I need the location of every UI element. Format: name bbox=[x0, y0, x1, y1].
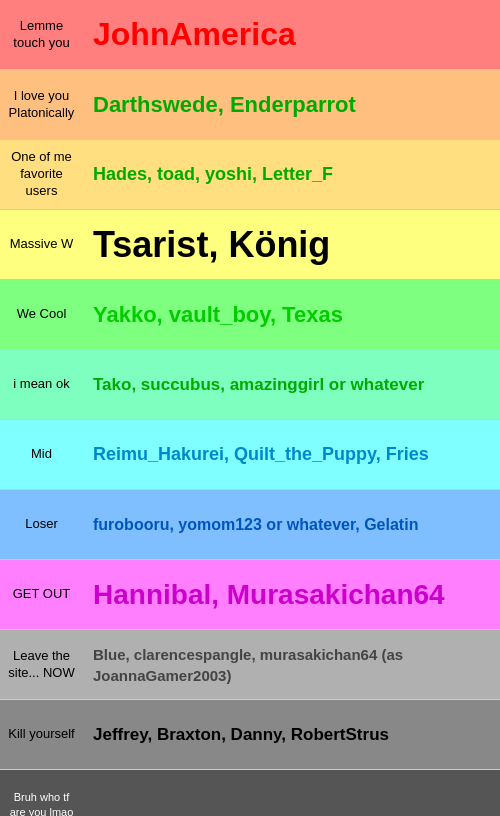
tier-row-b: One of me favorite usersHades, toad, yos… bbox=[0, 140, 500, 210]
tier-content-loser: furobooru, yomom123 or whatever, Gelatin bbox=[83, 490, 500, 559]
tier-list: Lemme touch youJohnAmericaI love you Pla… bbox=[0, 0, 500, 816]
tier-label-getout: GET OUT bbox=[0, 560, 83, 629]
tier-row-leave: Leave the site... NOWBlue, clarencespang… bbox=[0, 630, 500, 700]
tier-label-leave: Leave the site... NOW bbox=[0, 630, 83, 699]
tier-label-b: One of me favorite users bbox=[0, 140, 83, 209]
tier-row-massive: Massive WTsarist, König bbox=[0, 210, 500, 280]
tier-label-massive: Massive W bbox=[0, 210, 83, 279]
tier-label-kill: Kill yourself bbox=[0, 700, 83, 769]
tier-content-b: Hades, toad, yoshi, Letter_F bbox=[83, 140, 500, 209]
tier-label-loser: Loser bbox=[0, 490, 83, 559]
tier-content-leave: Blue, clarencespangle, murasakichan64 (a… bbox=[83, 630, 500, 699]
tier-label-imeanol: i mean ok bbox=[0, 350, 83, 419]
tier-content-massive: Tsarist, König bbox=[83, 210, 500, 279]
tier-row-loser: Loserfurobooru, yomom123 or whatever, Ge… bbox=[0, 490, 500, 560]
tier-label-wecool: We Cool bbox=[0, 280, 83, 349]
tier-label-s: Lemme touch you bbox=[0, 0, 83, 69]
tier-content-imeanol: Tako, succubus, amazinggirl or whatever bbox=[83, 350, 500, 419]
tier-label-a: I love you Platonically bbox=[0, 70, 83, 139]
tier-row-wecool: We CoolYakko, vault_boy, Texas bbox=[0, 280, 500, 350]
tier-content-getout: Hannibal, Murasakichan64 bbox=[83, 560, 500, 629]
tier-content-bruh bbox=[83, 770, 500, 816]
tier-row-imeanol: i mean okTako, succubus, amazinggirl or … bbox=[0, 350, 500, 420]
tier-row-kill: Kill yourselfJeffrey, Braxton, Danny, Ro… bbox=[0, 700, 500, 770]
tier-content-mid: Reimu_Hakurei, Quilt_the_Puppy, Fries bbox=[83, 420, 500, 489]
tier-content-s: JohnAmerica bbox=[83, 0, 500, 69]
tier-label-mid: Mid bbox=[0, 420, 83, 489]
tier-content-wecool: Yakko, vault_boy, Texas bbox=[83, 280, 500, 349]
tier-row-s: Lemme touch youJohnAmerica bbox=[0, 0, 500, 70]
tier-content-kill: Jeffrey, Braxton, Danny, RobertStrus bbox=[83, 700, 500, 769]
tier-row-getout: GET OUTHannibal, Murasakichan64 bbox=[0, 560, 500, 630]
tier-row-mid: MidReimu_Hakurei, Quilt_the_Puppy, Fries bbox=[0, 420, 500, 490]
tier-label-bruh: Bruh who tf are you lmao bbox=[0, 770, 83, 816]
tier-content-a: Darthswede, Enderparrot bbox=[83, 70, 500, 139]
tier-row-bruh: Bruh who tf are you lmao bbox=[0, 770, 500, 816]
tier-row-a: I love you PlatonicallyDarthswede, Ender… bbox=[0, 70, 500, 140]
